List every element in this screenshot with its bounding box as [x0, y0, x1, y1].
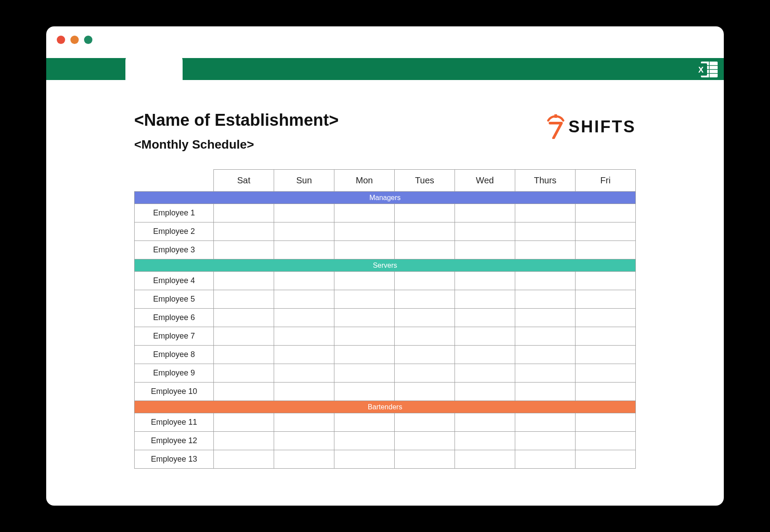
schedule-cell[interactable]	[455, 364, 515, 383]
schedule-cell[interactable]	[455, 327, 515, 346]
minimize-window-button[interactable]	[70, 36, 79, 44]
schedule-cell[interactable]	[576, 241, 636, 259]
maximize-window-button[interactable]	[84, 36, 92, 44]
active-tab[interactable]	[125, 55, 183, 80]
schedule-cell[interactable]	[274, 222, 334, 241]
schedule-cell[interactable]	[214, 383, 274, 401]
schedule-cell[interactable]	[576, 450, 636, 469]
schedule-cell[interactable]	[334, 346, 395, 364]
schedule-cell[interactable]	[515, 327, 576, 346]
schedule-cell[interactable]	[576, 290, 636, 309]
schedule-cell[interactable]	[455, 413, 515, 432]
schedule-cell[interactable]	[576, 204, 636, 222]
schedule-cell[interactable]	[455, 290, 515, 309]
schedule-cell[interactable]	[395, 241, 455, 259]
schedule-cell[interactable]	[455, 241, 515, 259]
schedule-cell[interactable]	[214, 364, 274, 383]
employee-name-cell[interactable]: Employee 4	[135, 272, 214, 290]
employee-name-cell[interactable]: Employee 13	[135, 450, 214, 469]
schedule-cell[interactable]	[515, 450, 576, 469]
schedule-cell[interactable]	[515, 413, 576, 432]
schedule-cell[interactable]	[274, 383, 334, 401]
schedule-cell[interactable]	[274, 413, 334, 432]
schedule-cell[interactable]	[214, 413, 274, 432]
schedule-cell[interactable]	[455, 383, 515, 401]
schedule-cell[interactable]	[214, 241, 274, 259]
schedule-cell[interactable]	[395, 204, 455, 222]
schedule-cell[interactable]	[334, 272, 395, 290]
schedule-cell[interactable]	[274, 272, 334, 290]
schedule-cell[interactable]	[576, 222, 636, 241]
schedule-cell[interactable]	[214, 327, 274, 346]
schedule-cell[interactable]	[274, 327, 334, 346]
schedule-cell[interactable]	[334, 290, 395, 309]
schedule-cell[interactable]	[455, 450, 515, 469]
schedule-cell[interactable]	[214, 222, 274, 241]
schedule-cell[interactable]	[274, 290, 334, 309]
schedule-cell[interactable]	[395, 413, 455, 432]
schedule-cell[interactable]	[395, 346, 455, 364]
schedule-cell[interactable]	[576, 272, 636, 290]
schedule-cell[interactable]	[515, 364, 576, 383]
schedule-cell[interactable]	[395, 432, 455, 450]
employee-name-cell[interactable]: Employee 1	[135, 204, 214, 222]
schedule-cell[interactable]	[214, 450, 274, 469]
schedule-cell[interactable]	[395, 327, 455, 346]
schedule-cell[interactable]	[334, 222, 395, 241]
schedule-cell[interactable]	[334, 450, 395, 469]
schedule-cell[interactable]	[515, 432, 576, 450]
schedule-cell[interactable]	[515, 309, 576, 327]
schedule-cell[interactable]	[214, 346, 274, 364]
schedule-cell[interactable]	[455, 222, 515, 241]
schedule-cell[interactable]	[515, 204, 576, 222]
schedule-cell[interactable]	[576, 327, 636, 346]
employee-name-cell[interactable]: Employee 8	[135, 346, 214, 364]
schedule-cell[interactable]	[395, 450, 455, 469]
employee-name-cell[interactable]: Employee 3	[135, 241, 214, 259]
schedule-cell[interactable]	[214, 432, 274, 450]
schedule-cell[interactable]	[334, 241, 395, 259]
schedule-cell[interactable]	[455, 309, 515, 327]
schedule-cell[interactable]	[395, 364, 455, 383]
schedule-cell[interactable]	[576, 413, 636, 432]
schedule-cell[interactable]	[274, 204, 334, 222]
employee-name-cell[interactable]: Employee 11	[135, 413, 214, 432]
schedule-cell[interactable]	[274, 364, 334, 383]
employee-name-cell[interactable]: Employee 12	[135, 432, 214, 450]
schedule-cell[interactable]	[455, 204, 515, 222]
schedule-cell[interactable]	[334, 413, 395, 432]
employee-name-cell[interactable]: Employee 9	[135, 364, 214, 383]
employee-name-cell[interactable]: Employee 7	[135, 327, 214, 346]
schedule-cell[interactable]	[395, 290, 455, 309]
schedule-cell[interactable]	[515, 272, 576, 290]
schedule-cell[interactable]	[214, 309, 274, 327]
schedule-cell[interactable]	[515, 290, 576, 309]
close-window-button[interactable]	[57, 36, 65, 44]
schedule-cell[interactable]	[455, 272, 515, 290]
schedule-cell[interactable]	[334, 383, 395, 401]
schedule-cell[interactable]	[395, 383, 455, 401]
schedule-cell[interactable]	[274, 309, 334, 327]
schedule-cell[interactable]	[274, 450, 334, 469]
schedule-cell[interactable]	[274, 241, 334, 259]
schedule-cell[interactable]	[455, 346, 515, 364]
schedule-cell[interactable]	[576, 346, 636, 364]
schedule-cell[interactable]	[515, 241, 576, 259]
schedule-cell[interactable]	[395, 222, 455, 241]
employee-name-cell[interactable]: Employee 10	[135, 383, 214, 401]
schedule-cell[interactable]	[455, 432, 515, 450]
schedule-cell[interactable]	[334, 309, 395, 327]
schedule-cell[interactable]	[576, 383, 636, 401]
schedule-cell[interactable]	[334, 364, 395, 383]
schedule-cell[interactable]	[395, 272, 455, 290]
schedule-cell[interactable]	[334, 327, 395, 346]
schedule-cell[interactable]	[214, 204, 274, 222]
schedule-cell[interactable]	[515, 346, 576, 364]
schedule-cell[interactable]	[395, 309, 455, 327]
schedule-cell[interactable]	[214, 272, 274, 290]
schedule-cell[interactable]	[515, 383, 576, 401]
schedule-cell[interactable]	[274, 346, 334, 364]
schedule-cell[interactable]	[576, 309, 636, 327]
employee-name-cell[interactable]: Employee 2	[135, 222, 214, 241]
schedule-cell[interactable]	[576, 432, 636, 450]
